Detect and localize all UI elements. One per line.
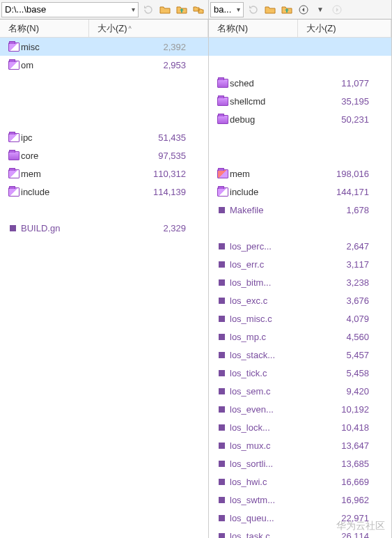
right-pane: ba... ▾ ▼ 名称(N) 大小(Z) sched11,077shellcm… <box>209 0 392 538</box>
file-row[interactable]: los_bitm...3,238 <box>209 273 391 291</box>
header-size[interactable]: 大小(Z)^ <box>89 20 208 37</box>
item-size: 51,435 <box>97 132 200 143</box>
folder-row[interactable]: om2,953 <box>0 56 208 74</box>
folder-icon <box>8 133 19 142</box>
item-size: 4,560 <box>306 332 383 342</box>
folder-icon <box>8 187 19 197</box>
folder-row[interactable]: core97,535 <box>0 146 208 164</box>
item-size: 198,016 <box>306 169 383 179</box>
file-row[interactable]: los_mux.c13,647 <box>209 436 391 454</box>
file-icon <box>10 225 16 231</box>
file-row[interactable]: BUILD.gn2,329 <box>0 219 208 237</box>
item-name: los_task.c <box>230 531 306 539</box>
file-row[interactable]: los_tick.c5,458 <box>209 364 391 382</box>
item-size: 144,171 <box>306 187 383 197</box>
left-headers: 名称(N) 大小(Z)^ <box>0 20 208 38</box>
file-icon <box>219 261 225 268</box>
item-size: 1,678 <box>306 205 383 215</box>
item-size: 10,192 <box>306 404 383 415</box>
file-row[interactable]: los_lock...10,418 <box>209 418 391 436</box>
file-icon <box>219 352 225 358</box>
item-name: los_sem.c <box>230 386 306 397</box>
sort-indicator: ^ <box>129 25 132 32</box>
left-file-list[interactable]: misc2,392om2,953ipc51,435core97,535mem11… <box>0 38 208 538</box>
back-button[interactable] <box>296 2 311 17</box>
folder-row[interactable]: sched11,077 <box>209 74 391 92</box>
item-name: los_even... <box>230 404 306 415</box>
path-dropdown[interactable]: D:\...\base ▾ <box>1 2 139 17</box>
file-row[interactable]: los_queu...22,971 <box>209 509 391 527</box>
folder-row[interactable]: misc2,392 <box>0 38 208 56</box>
item-size: 110,312 <box>97 169 200 179</box>
item-name: los_hwi.c <box>230 477 306 487</box>
right-headers: 名称(N) 大小(Z) <box>209 20 391 38</box>
item-name: los_lock... <box>230 422 306 433</box>
file-row[interactable]: los_stack...5,457 <box>209 346 391 364</box>
file-row[interactable]: los_misc.c4,079 <box>209 309 391 328</box>
folder-row[interactable]: mem198,016 <box>209 164 391 183</box>
file-row[interactable]: los_sortli...13,685 <box>209 454 391 472</box>
item-name: los_bitm... <box>230 277 306 288</box>
file-row[interactable]: Makefile1,678 <box>209 201 391 219</box>
folder-row[interactable]: include144,171 <box>209 183 391 201</box>
file-icon <box>219 316 225 322</box>
item-name: shellcmd <box>230 96 306 107</box>
item-size: 13,685 <box>306 459 383 469</box>
item-name: los_queu... <box>230 513 306 523</box>
spacer-row <box>0 92 208 110</box>
up-folder-button[interactable] <box>174 2 189 17</box>
item-size: 16,962 <box>306 495 383 505</box>
folder-icon <box>8 169 19 178</box>
folder-row[interactable]: mem110,312 <box>0 164 208 183</box>
item-size: 2,329 <box>97 223 200 233</box>
folder-row[interactable]: shellcmd35,195 <box>209 92 391 110</box>
dropdown-button[interactable]: ▼ <box>313 2 328 17</box>
header-name[interactable]: 名称(N) <box>0 20 89 37</box>
item-name: los_swtm... <box>230 495 306 505</box>
item-name: Makefile <box>230 205 306 215</box>
file-row[interactable]: los_err.c3,117 <box>209 255 391 273</box>
folder-icon <box>8 61 19 70</box>
left-toolbar: D:\...\base ▾ <box>0 0 208 20</box>
open-folder-button[interactable] <box>262 2 278 17</box>
up-folder-button[interactable] <box>279 2 295 17</box>
left-pane: D:\...\base ▾ 名称(N) 大小(Z)^ misc2,392om2,… <box>0 0 209 538</box>
item-size: 3,238 <box>306 277 383 288</box>
file-icon <box>219 424 225 431</box>
item-size: 3,676 <box>306 295 383 306</box>
file-row[interactable]: los_exc.c3,676 <box>209 291 391 309</box>
item-name: BUILD.gn <box>21 223 97 233</box>
right-toolbar: ba... ▾ ▼ <box>209 0 391 20</box>
item-size: 26,114 <box>306 531 383 539</box>
item-size: 4,079 <box>306 314 383 324</box>
file-row[interactable]: los_even...10,192 <box>209 400 391 418</box>
item-name: om <box>21 60 97 70</box>
spacer-row <box>209 38 391 56</box>
reload-button[interactable] <box>246 2 261 17</box>
file-row[interactable]: los_swtm...16,962 <box>209 491 391 509</box>
forward-button[interactable] <box>329 2 345 17</box>
reload-button[interactable] <box>141 2 156 17</box>
path-dropdown[interactable]: ba... ▾ <box>210 2 244 17</box>
file-row[interactable]: los_sem.c9,420 <box>209 382 391 400</box>
file-row[interactable]: los_hwi.c16,669 <box>209 472 391 491</box>
header-size[interactable]: 大小(Z) <box>298 20 391 37</box>
folder-row[interactable]: ipc51,435 <box>0 128 208 146</box>
item-size: 2,953 <box>97 60 200 70</box>
item-size: 35,195 <box>306 96 383 107</box>
folder-row[interactable]: include114,139 <box>0 183 208 201</box>
header-name[interactable]: 名称(N) <box>209 20 298 37</box>
file-row[interactable]: los_mp.c4,560 <box>209 328 391 346</box>
item-name: ipc <box>21 132 97 143</box>
compare-button[interactable] <box>191 2 206 17</box>
file-row[interactable]: los_perc...2,647 <box>209 237 391 255</box>
right-file-list[interactable]: sched11,077shellcmd35,195debug50,231mem1… <box>209 38 391 538</box>
folder-row[interactable]: debug50,231 <box>209 110 391 128</box>
item-size: 50,231 <box>306 114 383 125</box>
folder-icon <box>217 115 228 124</box>
item-size: 114,139 <box>97 187 200 197</box>
file-row[interactable]: los_task.c26,114 <box>209 527 391 538</box>
folder-icon <box>8 151 19 160</box>
spacer-row <box>0 110 208 128</box>
open-folder-button[interactable] <box>157 2 173 17</box>
